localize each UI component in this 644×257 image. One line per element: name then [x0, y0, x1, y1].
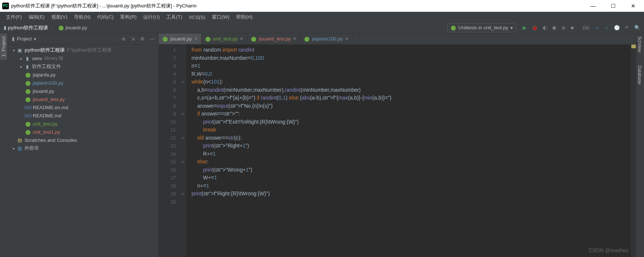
python-file-icon: ⬤ [25, 97, 31, 102]
editor-marker-bar [631, 45, 636, 257]
editor-tab-jisuanti[interactable]: ⬤ jisuanti.py ✕ [159, 33, 202, 44]
menu-window[interactable]: 窗口(W) [209, 13, 232, 22]
project-panel: ▮ Project ▾ ⊕ ⇲ ⚙ — ▾ ▣ python软件工程课 F:\p… [8, 33, 159, 257]
hide-panel-button[interactable]: — [150, 36, 155, 42]
tree-file[interactable]: ⬤jisuanti.py [8, 87, 158, 95]
menu-refactor[interactable]: 重构(R) [117, 13, 139, 22]
close-tab-icon[interactable]: ✕ [194, 36, 197, 41]
collapse-all-button[interactable]: ⇲ [131, 36, 135, 42]
tree-file[interactable]: MDREADME.en.md [8, 103, 158, 111]
git-label: Git: [583, 25, 590, 30]
main-area: 1: Project ▮ Project ▾ ⊕ ⇲ ⚙ — ▾ ▣ pytho… [0, 33, 644, 257]
editor-tab-unit-test[interactable]: ⬤ unit_test.py ✕ [202, 33, 248, 44]
breadcrumb-file-label: jisuanti.py [65, 25, 87, 30]
stop-button[interactable]: ■ [571, 25, 574, 30]
scratches-icon: ▤ [16, 137, 23, 143]
git-history-button[interactable]: 🕑 [614, 25, 620, 30]
python-test-icon: ⬤ [25, 121, 31, 127]
left-tool-gutter: 1: Project [0, 33, 8, 257]
tree-item-label: Scratches and Consoles [25, 137, 77, 143]
python-file-icon: ⬤ [251, 36, 257, 42]
tree-file[interactable]: ⬤jisuanti_test.py [8, 95, 158, 103]
pycharm-icon: PC [2, 3, 9, 9]
sciview-tool-tab[interactable]: SciView [636, 33, 643, 55]
code-editor[interactable]: from random import randintminNumber,maxN… [186, 45, 631, 257]
breadcrumb-file[interactable]: ⬤ jisuanti.py [58, 25, 87, 30]
python-file-icon: ⬤ [25, 72, 31, 78]
breadcrumb-root[interactable]: ▮ python软件工程课 [4, 25, 48, 31]
tree-root[interactable]: ▾ ▣ python软件工程课 F:\python软件工程课 [8, 46, 158, 54]
tree-scratches[interactable]: ▤ Scratches and Consoles [8, 136, 158, 144]
python-file-icon: ⬤ [162, 36, 168, 42]
tree-item-label: README.en.md [33, 105, 68, 110]
tree-file[interactable]: ⬤jiajianin100.py [8, 79, 158, 87]
project-tool-tab[interactable]: 1: Project [0, 33, 7, 60]
git-commit-button[interactable]: ✓ [605, 25, 609, 30]
tree-file[interactable]: ⬤unit_test1.py [8, 128, 158, 136]
search-button[interactable]: 🔍 [634, 25, 640, 30]
tree-item-note: library 根 [44, 55, 64, 62]
python-file-icon: ⬤ [304, 36, 310, 42]
menu-file[interactable]: 文件(F) [3, 13, 25, 22]
editor-tabs: ⬤ jisuanti.py ✕ ⬤ unit_test.py ✕ ⬤ jisua… [159, 33, 636, 45]
tab-label: jisuanti_test.py [259, 36, 291, 42]
minimize-button[interactable]: — [587, 3, 599, 9]
python-file-icon: ⬤ [25, 80, 31, 86]
git-revert-button[interactable]: ↶ [625, 25, 629, 30]
python-test-icon: ⬤ [25, 129, 31, 135]
breadcrumb-root-label: python软件工程课 [8, 25, 48, 31]
tree-external-libs[interactable]: ▸ ▥ 外部库 [8, 144, 158, 152]
chevron-down-icon: ▾ [511, 25, 513, 30]
menu-edit[interactable]: 编辑(E) [26, 13, 48, 22]
debug-button[interactable]: 🐞 [532, 25, 538, 30]
tree-item-label: 外部库 [25, 145, 39, 152]
tree-folder-venv[interactable]: ▸ ▮ venv library 根 [8, 54, 158, 62]
python-file-icon: ⬤ [25, 88, 31, 94]
chevron-down-icon: ▾ [34, 36, 36, 42]
database-tool-tab[interactable]: Database [636, 62, 643, 87]
tree-folder-src[interactable]: ▸ ▮ 软件工程文件 [8, 62, 158, 71]
editor-tab-jisuanti-test[interactable]: ⬤ jisuanti_test.py ✕ [247, 33, 300, 44]
run-button[interactable]: ▶ [523, 25, 527, 30]
coverage-button[interactable]: ◐ [543, 25, 547, 30]
locate-file-button[interactable]: ⊕ [122, 36, 126, 42]
settings-button[interactable]: ⚙ [140, 36, 145, 42]
menu-tools[interactable]: 工具(T) [163, 13, 185, 22]
attach-button[interactable]: ≣ [561, 25, 566, 30]
editor-body[interactable]: 1234567891011121314151617181920 ⊖⊖⊖⊖⊖ fr… [159, 45, 636, 257]
profile-button[interactable]: ◉ [552, 25, 556, 30]
python-logo-icon: ⬤ [451, 25, 456, 30]
close-button[interactable]: ✕ [628, 3, 639, 9]
close-tab-icon[interactable]: ✕ [293, 36, 296, 41]
maximize-button[interactable]: ☐ [608, 3, 619, 9]
breadcrumb-separator: 〉 [51, 25, 55, 31]
tree-file[interactable]: ⬤unit_test.py [8, 120, 158, 128]
menu-navigate[interactable]: 导航(N) [71, 13, 93, 22]
menu-help[interactable]: 帮助(H) [233, 13, 255, 22]
run-configuration-dropdown[interactable]: ⬤ Unittests in unit_test.py ▾ [447, 23, 516, 32]
close-tab-icon[interactable]: ✕ [240, 36, 243, 41]
project-tree[interactable]: ▾ ▣ python软件工程课 F:\python软件工程课 ▸ ▮ venv … [8, 45, 158, 257]
project-icon: ▮ [12, 36, 15, 42]
right-tool-gutter: SciView Database [636, 33, 644, 257]
line-number-gutter: 1234567891011121314151617181920 [159, 45, 180, 257]
editor-tab-jiajianin100[interactable]: ⬤ jiajianin100.py ✕ [300, 33, 352, 44]
tree-file[interactable]: ⬤jiajianfa.py [8, 71, 158, 79]
menu-run[interactable]: 运行(U) [140, 13, 162, 22]
git-update-button[interactable]: ✓ [595, 25, 599, 30]
menu-vcs[interactable]: VCS(S) [186, 13, 208, 21]
project-view-selector[interactable]: ▮ Project ▾ [12, 36, 122, 42]
module-icon: ▣ [16, 48, 23, 53]
tree-file[interactable]: MDREADME.md [8, 111, 158, 120]
project-panel-header: ▮ Project ▾ ⊕ ⇲ ⚙ — [8, 33, 158, 45]
python-test-icon: ⬤ [205, 36, 211, 42]
close-tab-icon[interactable]: ✕ [345, 36, 348, 41]
tree-item-label: README.md [33, 113, 61, 118]
warning-marker [631, 45, 636, 48]
menu-view[interactable]: 视图(V) [48, 13, 70, 22]
navigation-bar: ▮ python软件工程课 〉 ⬤ jisuanti.py ⬤ Unittest… [0, 22, 644, 33]
window-title: python软件工程课 [F:\python软件工程课] - ...\jisua… [11, 3, 587, 9]
watermark: CSDN @maxhez [589, 247, 628, 253]
menu-code[interactable]: 代码(C) [94, 13, 116, 22]
tree-item-label: jisuanti_test.py [33, 97, 65, 102]
